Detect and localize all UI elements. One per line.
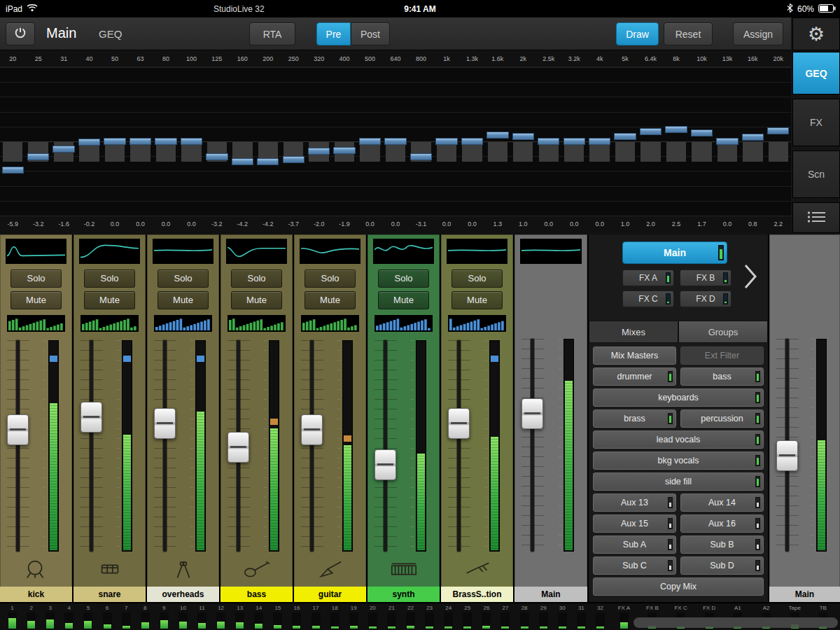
channel-strip-snare[interactable]: SoloMutesnare (74, 234, 146, 602)
geq-band[interactable] (230, 67, 255, 216)
geq-band[interactable] (51, 67, 76, 216)
channel-strip-synth[interactable]: SoloMutesynth (368, 234, 440, 602)
mute-button[interactable]: Mute (451, 291, 503, 309)
bridge-channel-3[interactable]: 3 (41, 605, 59, 629)
rta-button[interactable]: RTA (249, 22, 295, 46)
geq-band-handle[interactable] (104, 138, 125, 145)
fader-cap[interactable] (448, 408, 470, 439)
mix-button[interactable]: Sub D (680, 556, 764, 575)
bridge-channel-27[interactable]: 27 (496, 605, 514, 629)
geq-band-handle[interactable] (2, 167, 24, 174)
mix-button[interactable]: Aux 13 (593, 493, 676, 512)
channel-name-label[interactable]: snare (74, 587, 146, 602)
geq-band[interactable] (766, 67, 791, 216)
scrollbar-thumb[interactable] (634, 617, 838, 628)
draw-button[interactable]: Draw (616, 22, 659, 46)
geq-band[interactable] (536, 67, 561, 216)
geq-band-handle[interactable] (283, 156, 304, 163)
mix-button[interactable]: Copy Mix (593, 578, 764, 596)
bridge-channel-16[interactable]: 16 (287, 605, 306, 629)
geq-band[interactable] (485, 67, 510, 216)
mix-button[interactable]: Mix Masters (593, 346, 676, 365)
geq-band[interactable] (510, 67, 536, 216)
geq-band[interactable] (76, 67, 102, 216)
fx-button-3[interactable]: FX C (622, 290, 674, 307)
fader-cap[interactable] (374, 449, 396, 480)
geq-band[interactable] (204, 67, 230, 216)
geq-band-handle[interactable] (461, 138, 483, 145)
geq-band-handle[interactable] (384, 138, 406, 145)
tab-fx[interactable]: FX (792, 99, 840, 146)
mute-button[interactable]: Mute (231, 291, 282, 309)
fx-button-2[interactable]: FX B (680, 270, 732, 286)
main-strip-center[interactable]: Main (514, 234, 587, 602)
mix-button[interactable]: drummer (593, 368, 676, 386)
tab-geq[interactable]: GEQ (792, 52, 840, 94)
geq-band[interactable] (689, 67, 714, 216)
scene-list-button[interactable] (792, 202, 840, 233)
geq-band[interactable] (255, 67, 281, 216)
fader-cap[interactable] (80, 402, 102, 433)
geq-band-handle[interactable] (257, 158, 279, 165)
mix-button[interactable]: bkg vocals (593, 451, 764, 470)
geq-band[interactable] (638, 67, 663, 216)
geq-band-handle[interactable] (435, 138, 457, 145)
tab-mixes[interactable]: Mixes (589, 321, 678, 343)
mute-button[interactable]: Mute (10, 291, 62, 309)
bridge-channel-11[interactable]: 11 (192, 605, 211, 629)
channel-name-label[interactable]: bass (220, 587, 293, 602)
mix-button[interactable]: Aux 15 (593, 514, 676, 533)
geq-band-handle[interactable] (564, 138, 585, 145)
geq-band-handle[interactable] (27, 153, 49, 160)
geq-band-handle[interactable] (767, 127, 789, 134)
geq-band-handle[interactable] (665, 126, 687, 133)
fader-cap[interactable] (301, 414, 323, 445)
channel-strip-bass[interactable]: SoloMutebass (220, 234, 293, 602)
fader-track[interactable] (16, 340, 20, 552)
settings-button[interactable]: ⚙ (792, 18, 840, 50)
fader-track[interactable] (310, 340, 314, 552)
bridge-channel-31[interactable]: 31 (572, 605, 591, 629)
tab-scn[interactable]: Scn (792, 150, 840, 198)
bridge-channel-6[interactable]: 6 (97, 605, 116, 629)
channel-strip-overheads[interactable]: SoloMuteoverheads (147, 234, 219, 602)
bridge-channel-23[interactable]: 23 (420, 605, 439, 629)
geq-band-handle[interactable] (486, 132, 508, 139)
bridge-channel-2[interactable]: 2 (22, 605, 41, 629)
mix-button[interactable]: bass (680, 368, 764, 386)
assign-button[interactable]: Assign (733, 22, 783, 46)
geq-band[interactable] (715, 67, 740, 216)
solo-button[interactable]: Solo (378, 270, 429, 288)
geq-band[interactable] (612, 67, 638, 216)
fader-cap[interactable] (7, 414, 29, 445)
geq-band[interactable] (153, 67, 178, 216)
geq-band[interactable] (740, 67, 765, 216)
fader-cap[interactable] (227, 432, 249, 463)
main-name-label[interactable]: Main (769, 587, 840, 602)
geq-band[interactable] (25, 67, 50, 216)
mix-button[interactable]: Sub B (680, 536, 764, 554)
geq-band[interactable] (357, 67, 382, 216)
geq-band[interactable] (127, 67, 153, 216)
next-mix-button[interactable] (743, 262, 758, 293)
tab-groups[interactable]: Groups (678, 321, 768, 343)
mute-button[interactable]: Mute (84, 291, 135, 309)
power-button[interactable] (6, 22, 35, 46)
channel-name-label[interactable]: kick (0, 587, 72, 602)
bridge-channel-30[interactable]: 30 (553, 605, 572, 629)
geq-band[interactable] (0, 67, 25, 216)
bridge-channel-32[interactable]: 32 (591, 605, 610, 629)
bridge-channel-10[interactable]: 10 (174, 605, 192, 629)
mix-button[interactable]: Sub C (593, 556, 676, 575)
mix-button[interactable]: lead vocals (593, 430, 764, 449)
fader-track[interactable] (531, 339, 534, 552)
mix-button[interactable]: Aux 16 (680, 514, 764, 533)
pre-button[interactable]: Pre (316, 22, 351, 46)
solo-button[interactable]: Solo (304, 270, 356, 288)
geq-band-handle[interactable] (538, 138, 559, 145)
bridge-channel-17[interactable]: 17 (307, 605, 326, 629)
geq-band-handle[interactable] (206, 153, 227, 160)
geq-band[interactable] (434, 67, 459, 216)
bridge-channel-21[interactable]: 21 (382, 605, 401, 629)
bridge-channel-28[interactable]: 28 (515, 605, 534, 629)
